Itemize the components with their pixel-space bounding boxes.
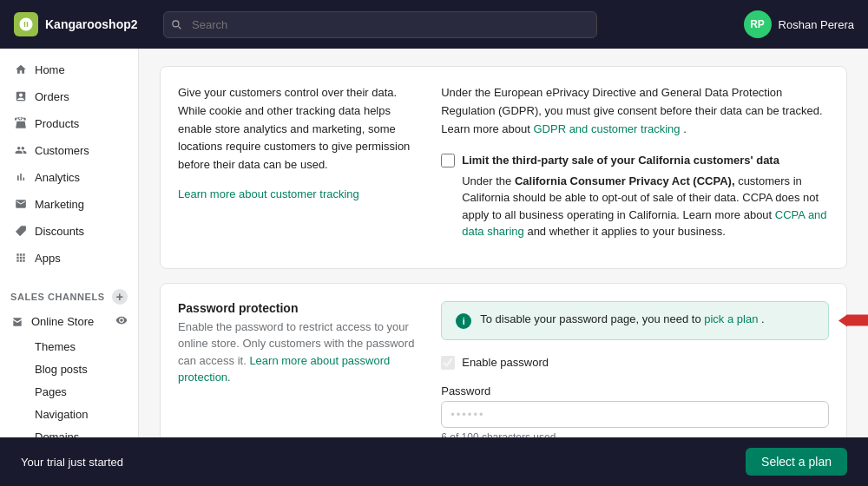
sidebar-item-analytics[interactable]: Analytics bbox=[3, 164, 135, 190]
discounts-icon bbox=[14, 224, 28, 238]
banner-text: To disable your password page, you need … bbox=[480, 312, 764, 325]
orders-icon bbox=[14, 89, 28, 103]
sidebar-item-home[interactable]: Home bbox=[3, 56, 135, 82]
sidebar-sub-nav: Themes Blog posts Pages Navigation Domai… bbox=[0, 335, 138, 437]
sidebar-label-home: Home bbox=[35, 63, 65, 76]
products-icon bbox=[14, 116, 28, 130]
sidebar-label-customers: Customers bbox=[35, 144, 89, 157]
ccpa-desc: Under the California Consumer Privacy Ac… bbox=[462, 173, 829, 240]
search-input[interactable] bbox=[163, 11, 597, 38]
main-content: Give your customers control over their d… bbox=[139, 49, 868, 437]
trial-text: Your trial just started bbox=[21, 456, 123, 469]
info-banner: i To disable your password page, you nee… bbox=[441, 301, 829, 340]
tracking-left: Give your customers control over their d… bbox=[178, 84, 420, 251]
sidebar-item-apps[interactable]: Apps bbox=[3, 245, 135, 271]
sidebar-label-products: Products bbox=[35, 117, 79, 130]
bottom-bar: Your trial just started Select a plan bbox=[0, 437, 868, 486]
password-label: Password bbox=[441, 384, 829, 397]
sidebar-label-blog-posts: Blog posts bbox=[35, 363, 88, 376]
apps-icon bbox=[14, 251, 28, 265]
sidebar-label-domains: Domains bbox=[35, 430, 79, 437]
info-banner-wrap: i To disable your password page, you nee… bbox=[441, 301, 829, 340]
sidebar-label-navigation: Navigation bbox=[35, 408, 88, 421]
topbar-right: RP Roshan Perera bbox=[744, 10, 854, 38]
banner-arrow-annotation bbox=[846, 315, 868, 326]
analytics-icon bbox=[14, 170, 28, 184]
sales-channels-section: SALES CHANNELS + bbox=[0, 279, 138, 308]
sidebar-item-customers[interactable]: Customers bbox=[3, 137, 135, 163]
tracking-right: Under the European ePrivacy Directive an… bbox=[441, 84, 829, 251]
ccpa-label: Limit the third-party sale of your Calif… bbox=[462, 152, 829, 240]
password-desc: Enable the password to restrict access t… bbox=[178, 319, 420, 386]
sidebar-label-orders: Orders bbox=[35, 90, 69, 103]
tracking-card: Give your customers control over their d… bbox=[160, 66, 847, 269]
username: Roshan Perera bbox=[779, 18, 854, 31]
sidebar-item-domains[interactable]: Domains bbox=[28, 426, 135, 437]
online-store-eye-icon[interactable] bbox=[115, 314, 128, 329]
add-sales-channel-button[interactable]: + bbox=[112, 289, 128, 305]
app-name: Kangarooshop2 bbox=[45, 17, 138, 31]
sidebar-item-marketing[interactable]: Marketing bbox=[3, 191, 135, 217]
password-right: i To disable your password page, you nee… bbox=[441, 301, 829, 437]
sidebar-item-pages[interactable]: Pages bbox=[28, 381, 135, 403]
ccpa-checkbox[interactable] bbox=[441, 154, 455, 167]
sidebar-item-products[interactable]: Products bbox=[3, 110, 135, 136]
tracking-desc: Give your customers control over their d… bbox=[178, 84, 420, 174]
home-icon bbox=[14, 62, 28, 76]
avatar: RP bbox=[744, 10, 772, 38]
sidebar-item-orders[interactable]: Orders bbox=[3, 83, 135, 109]
enable-password-label: Enable password bbox=[462, 354, 549, 371]
store-icon bbox=[10, 315, 24, 329]
topbar: Kangarooshop2 RP Roshan Perera bbox=[0, 0, 868, 49]
online-store-label: Online Store bbox=[31, 315, 94, 328]
ccpa-checkbox-row: Limit the third-party sale of your Calif… bbox=[441, 152, 829, 240]
password-field-group: Password 6 of 100 characters used bbox=[441, 384, 829, 437]
tracking-link[interactable]: Learn more about customer tracking bbox=[178, 187, 359, 200]
sidebar-item-online-store[interactable]: Online Store bbox=[0, 308, 138, 335]
select-plan-button[interactable]: Select a plan bbox=[746, 448, 847, 476]
app-logo: Kangarooshop2 bbox=[14, 12, 153, 36]
sidebar-item-navigation[interactable]: Navigation bbox=[28, 404, 135, 425]
sidebar: Home Orders Products Customers bbox=[0, 49, 139, 437]
password-left: Password protection Enable the password … bbox=[178, 301, 420, 437]
sidebar-label-apps: Apps bbox=[35, 252, 61, 265]
logo-icon bbox=[14, 12, 38, 36]
password-card: Password protection Enable the password … bbox=[160, 283, 847, 437]
enable-password-checkbox[interactable] bbox=[441, 356, 455, 370]
search-icon bbox=[170, 18, 182, 30]
info-icon: i bbox=[456, 313, 471, 329]
gdpr-link[interactable]: GDPR and customer tracking bbox=[533, 122, 680, 135]
sidebar-label-themes: Themes bbox=[35, 340, 76, 353]
sidebar-label-analytics: Analytics bbox=[35, 171, 80, 184]
password-input[interactable] bbox=[441, 401, 829, 428]
marketing-icon bbox=[14, 197, 28, 211]
search-container bbox=[163, 11, 597, 38]
sidebar-item-discounts[interactable]: Discounts bbox=[3, 218, 135, 244]
customers-icon bbox=[14, 143, 28, 157]
enable-password-row: Enable password bbox=[441, 354, 829, 371]
password-char-count: 6 of 100 characters used bbox=[441, 431, 829, 437]
gdpr-text: Under the European ePrivacy Directive an… bbox=[441, 84, 829, 138]
pick-plan-link[interactable]: pick a plan bbox=[704, 312, 758, 325]
sidebar-item-blog-posts[interactable]: Blog posts bbox=[28, 358, 135, 380]
sidebar-label-discounts: Discounts bbox=[35, 225, 84, 238]
sidebar-label-pages: Pages bbox=[35, 385, 67, 398]
sidebar-label-marketing: Marketing bbox=[35, 198, 84, 211]
sidebar-item-themes[interactable]: Themes bbox=[28, 336, 135, 358]
password-title: Password protection bbox=[178, 301, 420, 315]
